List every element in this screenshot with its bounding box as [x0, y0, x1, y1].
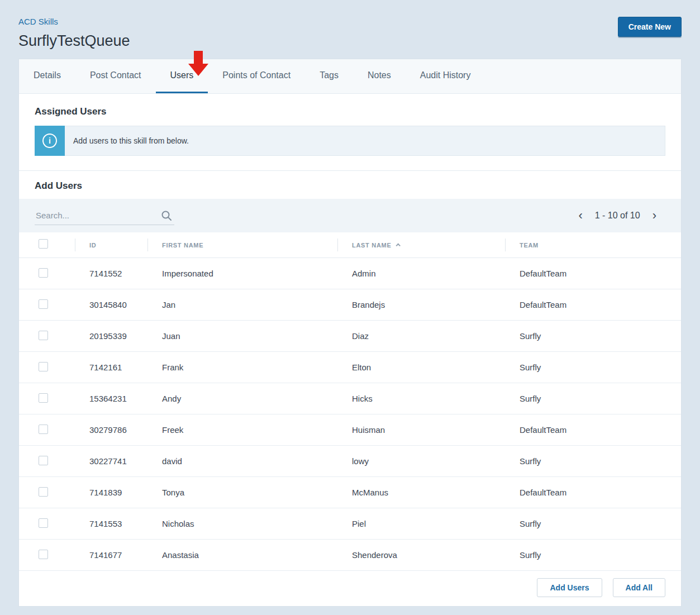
cell-last-name: Elton — [337, 363, 505, 372]
page-title: SurflyTestQueue — [18, 32, 130, 50]
cell-first-name: Jan — [147, 300, 337, 309]
table-row[interactable]: 30279786 Freek Huisman DefaultTeam — [19, 414, 681, 446]
cell-first-name: Anastasia — [147, 550, 337, 560]
page-header: ACD Skills SurflyTestQueue Create New — [18, 0, 682, 59]
assigned-users-heading: Assigned Users — [35, 106, 665, 117]
cell-team: Surfly — [505, 550, 681, 560]
tab-notes[interactable]: Notes — [353, 59, 406, 93]
add-users-button[interactable]: Add Users — [537, 578, 602, 597]
table-row[interactable]: 7141553 Nicholas Piel Surfly — [19, 508, 681, 540]
cell-first-name: david — [147, 456, 337, 466]
row-checkbox[interactable] — [39, 550, 48, 559]
cell-last-name: McManus — [337, 488, 505, 497]
table-row[interactable]: 20195339 Juan Diaz Surfly — [19, 321, 681, 352]
cell-last-name: Admin — [337, 269, 505, 278]
search-icon[interactable] — [161, 210, 172, 221]
assigned-users-section: Assigned Users i Add users to this skill… — [19, 94, 681, 170]
column-header-team[interactable]: TEAM — [505, 232, 681, 258]
column-header-first-name[interactable]: FIRST NAME — [147, 232, 337, 258]
row-checkbox[interactable] — [39, 518, 48, 528]
cell-id: 7141839 — [75, 488, 147, 497]
search-box — [35, 206, 174, 225]
cell-last-name: Brandejs — [337, 300, 505, 309]
breadcrumb[interactable]: ACD Skills — [18, 17, 58, 26]
info-banner-text: Add users to this skill from below. — [65, 126, 665, 156]
row-checkbox[interactable] — [39, 425, 48, 434]
column-header-last-name[interactable]: LAST NAME — [337, 232, 505, 258]
create-new-button[interactable]: Create New — [618, 17, 682, 37]
table-row[interactable]: 7142161 Frank Elton Surfly — [19, 352, 681, 383]
pagination-range: 1 - 10 of 10 — [595, 211, 640, 221]
row-checkbox[interactable] — [39, 456, 48, 465]
table-header: ID FIRST NAME LAST NAME TEAM — [19, 232, 681, 258]
pagination: ‹ 1 - 10 of 10 › — [578, 209, 656, 222]
column-header-id[interactable]: ID — [75, 232, 147, 258]
table-row[interactable]: 7141677 Anastasia Shenderova Surfly — [19, 540, 681, 571]
cell-id: 20195339 — [75, 331, 147, 341]
tab-post-contact[interactable]: Post Contact — [75, 59, 156, 93]
cell-last-name: lowy — [337, 456, 505, 466]
pagination-prev-icon[interactable]: ‹ — [578, 209, 582, 222]
cell-id: 15364231 — [75, 394, 147, 403]
cell-team: DefaultTeam — [505, 425, 681, 435]
row-checkbox[interactable] — [39, 331, 48, 340]
table-row[interactable]: 7141552 Impersonated Admin DefaultTeam — [19, 258, 681, 289]
cell-id: 30227741 — [75, 456, 147, 466]
cell-last-name: Huisman — [337, 425, 505, 435]
add-all-button[interactable]: Add All — [613, 578, 665, 597]
cell-last-name: Piel — [337, 519, 505, 528]
cell-last-name: Diaz — [337, 331, 505, 341]
search-strip: ‹ 1 - 10 of 10 › — [19, 199, 681, 232]
cell-first-name: Nicholas — [147, 519, 337, 528]
cell-team: Surfly — [505, 519, 681, 528]
cell-first-name: Tonya — [147, 488, 337, 497]
cell-first-name: Andy — [147, 394, 337, 403]
row-checkbox[interactable] — [39, 299, 48, 309]
table-footer: Add Users Add All — [19, 571, 681, 606]
cell-id: 7141552 — [75, 269, 147, 278]
column-header-last-name-label: LAST NAME — [352, 242, 391, 249]
tab-points-of-contact[interactable]: Points of Contact — [208, 59, 305, 93]
row-checkbox[interactable] — [39, 487, 48, 497]
add-users-heading: Add Users — [35, 180, 665, 192]
info-icon: i — [35, 126, 65, 156]
search-input[interactable] — [35, 206, 174, 225]
cell-first-name: Juan — [147, 331, 337, 341]
cell-first-name: Frank — [147, 363, 337, 372]
add-users-section: Add Users — [19, 171, 681, 199]
tab-details[interactable]: Details — [19, 59, 75, 93]
cell-id: 7141553 — [75, 519, 147, 528]
cell-first-name: Impersonated — [147, 269, 337, 278]
row-checkbox[interactable] — [39, 268, 48, 278]
table-row[interactable]: 30227741 david lowy Surfly — [19, 446, 681, 477]
cell-id: 30145840 — [75, 300, 147, 309]
cell-team: Surfly — [505, 456, 681, 466]
info-icon-glyph: i — [42, 134, 57, 148]
cell-id: 7141677 — [75, 550, 147, 560]
tab-audit-history[interactable]: Audit History — [406, 59, 485, 93]
page-header-left: ACD Skills SurflyTestQueue — [18, 17, 130, 59]
row-checkbox[interactable] — [39, 362, 48, 371]
info-banner: i Add users to this skill from below. — [35, 126, 665, 156]
table-row[interactable]: 15364231 Andy Hicks Surfly — [19, 383, 681, 414]
select-all-cell — [19, 239, 75, 251]
tab-bar: Details Post Contact Users Points of Con… — [19, 59, 681, 94]
page: ACD Skills SurflyTestQueue Create New De… — [0, 0, 700, 607]
sort-ascending-icon — [396, 243, 401, 247]
cell-last-name: Hicks — [337, 394, 505, 403]
table-row[interactable]: 30145840 Jan Brandejs DefaultTeam — [19, 289, 681, 321]
select-all-checkbox[interactable] — [39, 239, 48, 249]
cell-team: Surfly — [505, 363, 681, 372]
cell-team: Surfly — [505, 394, 681, 403]
content-card: Details Post Contact Users Points of Con… — [18, 59, 682, 607]
table-row[interactable]: 7141839 Tonya McManus DefaultTeam — [19, 477, 681, 508]
cell-team: Surfly — [505, 331, 681, 341]
row-checkbox[interactable] — [39, 393, 48, 403]
cell-team: DefaultTeam — [505, 488, 681, 497]
cell-team: DefaultTeam — [505, 269, 681, 278]
cell-last-name: Shenderova — [337, 550, 505, 560]
tab-tags[interactable]: Tags — [305, 59, 353, 93]
cell-id: 30279786 — [75, 425, 147, 435]
pagination-next-icon[interactable]: › — [653, 209, 656, 222]
cell-first-name: Freek — [147, 425, 337, 435]
